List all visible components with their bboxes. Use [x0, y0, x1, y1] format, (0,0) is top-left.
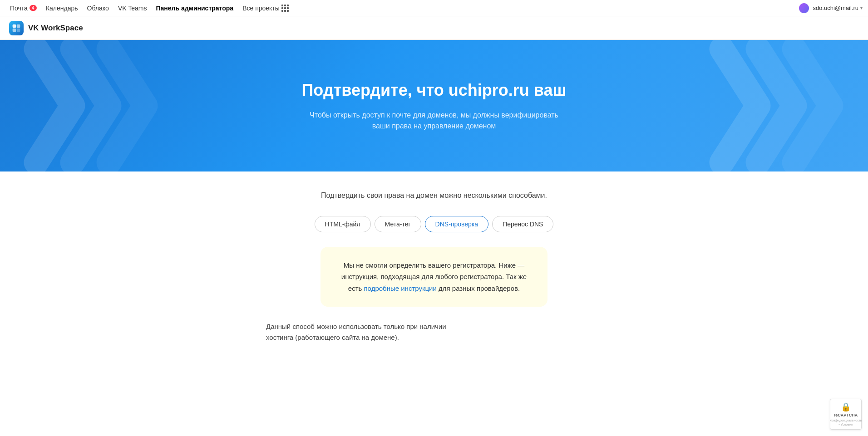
nav-right: sdo.uchi@mail.ru: [799, 3, 863, 13]
user-avatar: [799, 3, 809, 13]
user-email[interactable]: sdo.uchi@mail.ru: [813, 5, 863, 11]
nav-teams[interactable]: VK Teams: [113, 0, 152, 16]
warning-box: Мы не смогли определить вашего регистрат…: [321, 247, 547, 307]
nav-projects[interactable]: Все проекты: [238, 0, 293, 16]
nav-cloud-label: Облако: [87, 5, 109, 12]
warning-link[interactable]: подробные инструкции: [364, 284, 437, 292]
tab-dns-transfer[interactable]: Перенос DNS: [492, 216, 553, 232]
svg-rect-2: [13, 28, 16, 32]
bottom-text-line2: хостинга (работающего сайта на домене).: [266, 333, 399, 341]
warning-text-after-link: для разных провайдеров.: [437, 284, 520, 292]
app-logo-icon[interactable]: [9, 21, 24, 35]
nav-cloud[interactable]: Облако: [83, 0, 113, 16]
mail-badge: 4: [30, 5, 37, 11]
recaptcha-icon: 🔒: [841, 402, 851, 412]
nav-calendar[interactable]: Календарь: [41, 0, 83, 16]
description-text: Подтвердить свои права на домен можно не…: [266, 190, 602, 201]
tab-dns-check[interactable]: DNS-проверка: [425, 216, 488, 232]
app-logo-text: VK WorkSpace: [28, 24, 83, 33]
bottom-text-line1: Данный способ можно использовать только …: [266, 323, 446, 330]
logobar: VK WorkSpace: [0, 16, 868, 40]
svg-rect-3: [17, 28, 20, 32]
top-navigation: Почта 4 Календарь Облако VK Teams Панель…: [0, 0, 868, 16]
tab-html-file[interactable]: HTML-файл: [315, 216, 371, 232]
nav-mail[interactable]: Почта 4: [5, 0, 41, 16]
nav-mail-label: Почта: [10, 5, 28, 12]
hero-subtitle: Чтобы открыть доступ к почте для доменов…: [302, 110, 566, 132]
svg-rect-1: [17, 24, 20, 28]
nav-admin[interactable]: Панель администратора: [151, 0, 238, 16]
hero-banner: Подтвердите, что uchipro.ru ваш Чтобы от…: [0, 40, 868, 171]
recaptcha-label: reCAPTCHA: [834, 413, 858, 417]
nav-left: Почта 4 Календарь Облако VK Teams Панель…: [5, 0, 799, 16]
recaptcha-badge: 🔒 reCAPTCHA Конфиденциальность • Условия: [830, 399, 862, 430]
verification-tabs: HTML-файл Мета-тег DNS-проверка Перенос …: [266, 216, 602, 232]
tab-meta-tag[interactable]: Мета-тег: [375, 216, 421, 232]
svg-rect-0: [13, 24, 16, 28]
nav-admin-label: Панель администратора: [156, 5, 233, 12]
nav-projects-label: Все проекты: [242, 5, 280, 12]
grid-icon: [281, 5, 289, 12]
main-content: Подтвердить свои права на домен можно не…: [257, 171, 611, 361]
hero-title: Подтвердите, что uchipro.ru ваш: [301, 80, 566, 101]
recaptcha-sub: Конфиденциальность • Условия: [830, 418, 862, 426]
bottom-text: Данный способ можно использовать только …: [266, 321, 602, 343]
nav-teams-label: VK Teams: [118, 5, 147, 12]
nav-calendar-label: Календарь: [46, 5, 78, 12]
